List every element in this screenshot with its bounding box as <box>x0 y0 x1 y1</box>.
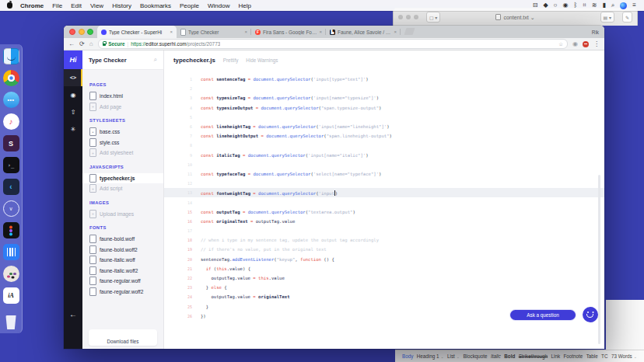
code-line[interactable]: 23 } else { <box>164 283 604 292</box>
code-line[interactable]: 7const lineheightOutput = document.query… <box>164 131 604 141</box>
browser-tab[interactable]: ▙Faune, Alice Savoie / Cnap× <box>326 26 401 38</box>
sidebar-file-item[interactable]: +Upload images <box>89 209 163 220</box>
superhi-logo[interactable]: Hi <box>64 50 82 69</box>
menu-item[interactable]: Help <box>238 2 250 9</box>
code-scrollbar[interactable] <box>598 175 600 344</box>
menu-item[interactable]: Chrome <box>20 2 44 9</box>
extension-icon[interactable]: ◉ <box>572 40 578 47</box>
menu-item[interactable]: People <box>180 2 199 9</box>
code-line[interactable]: 13const fontweightTag = document.querySe… <box>164 188 604 197</box>
code-line[interactable]: 15const outputTag = document.querySelect… <box>164 207 604 217</box>
format-item[interactable]: TC <box>601 353 607 359</box>
code-line[interactable]: 19// if there's no value, put in the ori… <box>164 245 604 254</box>
dock-palette-icon[interactable] <box>3 266 19 282</box>
minimize-window-icon[interactable] <box>79 29 85 35</box>
code-line[interactable]: 24 outputTag.value = originalText <box>164 292 604 301</box>
sidebar-file-item[interactable]: style.css <box>89 137 163 148</box>
dock-figma-icon[interactable] <box>3 222 19 238</box>
close-tab-icon[interactable]: × <box>319 30 322 34</box>
code-editor[interactable]: 1const sentenceTag = document.querySelec… <box>164 69 604 349</box>
profile-name[interactable]: Rik <box>592 30 604 35</box>
search-icon[interactable]: ⌕ <box>154 56 157 64</box>
code-line[interactable]: 5 <box>164 113 604 122</box>
minimize-icon[interactable] <box>406 15 411 19</box>
code-line[interactable]: 16const originalText = outputTag.value <box>164 217 604 226</box>
close-tab-icon[interactable]: × <box>244 30 247 34</box>
code-line[interactable]: 22 outputTag.value = this.value <box>164 273 604 283</box>
format-item[interactable]: Heading 1⌄ <box>417 353 444 359</box>
url-text[interactable]: https://editor.superhi.com/projects/2077… <box>131 41 220 47</box>
format-item[interactable]: Strikethrough <box>519 353 548 359</box>
dock-terminal-icon[interactable]: ›_ <box>3 157 19 173</box>
code-line[interactable]: 11const typefaceTag = document.querySele… <box>164 169 604 179</box>
format-item[interactable]: List⌄ <box>447 353 460 359</box>
format-item[interactable]: Italic <box>491 353 501 359</box>
zoom-icon[interactable] <box>414 15 418 19</box>
circle-icon[interactable]: ○ <box>554 0 558 11</box>
menu-item[interactable]: Bookmarks <box>140 2 171 9</box>
format-item[interactable]: Bold <box>504 353 515 359</box>
wifi-icon[interactable]: ≋ <box>592 0 597 11</box>
dock-chrome-icon[interactable] <box>3 70 19 86</box>
format-item[interactable]: Blockquote <box>463 353 487 359</box>
code-line[interactable]: 4const typesizeOutput = document.querySe… <box>164 103 604 113</box>
browser-tab[interactable]: Type Checker - SuperHi× <box>97 26 177 38</box>
display-icon[interactable]: ⌗ <box>583 0 586 11</box>
reload-icon[interactable]: ⟳ <box>79 40 85 47</box>
sidebar-file-item[interactable]: faune-italic.woff2 <box>89 266 163 277</box>
home-icon[interactable]: ⌂ <box>89 40 93 47</box>
notification-center-icon[interactable]: ≡ <box>632 0 636 11</box>
code-line[interactable]: 2 <box>164 84 604 93</box>
dock-trash-icon[interactable] <box>3 315 19 331</box>
code-line[interactable]: 20sentenceTag.addEventListener("keyup", … <box>164 255 604 264</box>
code-line[interactable]: 17 <box>164 226 604 235</box>
code-line[interactable]: 10 <box>164 160 604 169</box>
screens-icon[interactable]: ⊟ <box>533 0 538 11</box>
code-line[interactable]: 3const typesizeTag = document.querySelec… <box>164 93 604 103</box>
sidebar-file-item[interactable]: +Add script <box>89 183 163 194</box>
new-tab-button[interactable] <box>404 28 415 35</box>
bluetooth-icon[interactable]: ᛒ <box>573 0 577 11</box>
browser-menu-icon[interactable]: ⋮ <box>593 40 600 47</box>
code-line[interactable]: 8 <box>164 141 604 150</box>
sidebar-file-item[interactable]: typechecker.js <box>82 173 163 184</box>
dock-music-icon[interactable]: ♪ <box>3 113 19 130</box>
dock-stripes-icon[interactable] <box>3 244 19 260</box>
close-window-icon[interactable] <box>69 29 75 35</box>
smiley-chat-icon[interactable] <box>583 307 598 322</box>
spotlight-icon[interactable]: ⌕ <box>611 0 614 11</box>
shield-icon[interactable]: ◆ <box>543 0 548 11</box>
dock-messages-icon[interactable]: ••• <box>3 92 19 108</box>
record-icon[interactable]: ◉ <box>562 0 568 11</box>
bookmark-star-icon[interactable]: ☆ <box>558 41 563 47</box>
download-files-button[interactable]: Download files <box>89 329 157 346</box>
format-item[interactable]: 73 Words⌄ <box>611 353 637 359</box>
menu-item[interactable]: View <box>90 2 103 9</box>
close-icon[interactable] <box>398 15 403 19</box>
hide-warnings-button[interactable]: Hide Warnings <box>246 57 278 63</box>
format-item[interactable]: Footnote <box>563 353 583 359</box>
menu-item[interactable]: File <box>52 2 62 9</box>
sidebar-file-item[interactable]: +Add page <box>89 102 163 113</box>
dock-finder-icon[interactable] <box>3 48 19 64</box>
sidebar-file-item[interactable]: •base.css <box>89 127 163 137</box>
sidebar-file-item[interactable]: faune-italic.woff <box>89 255 163 266</box>
code-line[interactable]: 14 <box>164 197 604 207</box>
format-item[interactable]: Link <box>551 353 560 359</box>
compose-button[interactable]: ✎ <box>622 12 632 23</box>
fullscreen-window-icon[interactable] <box>87 29 93 35</box>
format-item[interactable]: Table <box>586 353 598 359</box>
menu-item[interactable]: Window <box>208 2 229 9</box>
menu-item[interactable]: History <box>112 2 131 9</box>
dock-ia-icon[interactable]: iA <box>3 287 19 304</box>
back-icon[interactable]: ← <box>68 40 75 47</box>
address-bar[interactable]: Secure | https://editor.superhi.com/proj… <box>98 39 568 49</box>
dock-slack-icon[interactable]: S <box>3 135 19 151</box>
view-options-button[interactable]: ▤ ▾ <box>600 12 614 23</box>
sidebar-file-item[interactable]: faune-regular.woff2 <box>89 287 163 298</box>
code-line[interactable]: 18// when i type in my sentence tag, upd… <box>164 235 604 245</box>
code-line[interactable]: 1const sentenceTag = document.querySelec… <box>164 75 604 84</box>
sidebar-file-item[interactable]: faune-bold.woff <box>89 234 163 245</box>
format-item[interactable]: Body <box>402 353 413 359</box>
battery-icon[interactable]: ▮ <box>602 0 605 11</box>
